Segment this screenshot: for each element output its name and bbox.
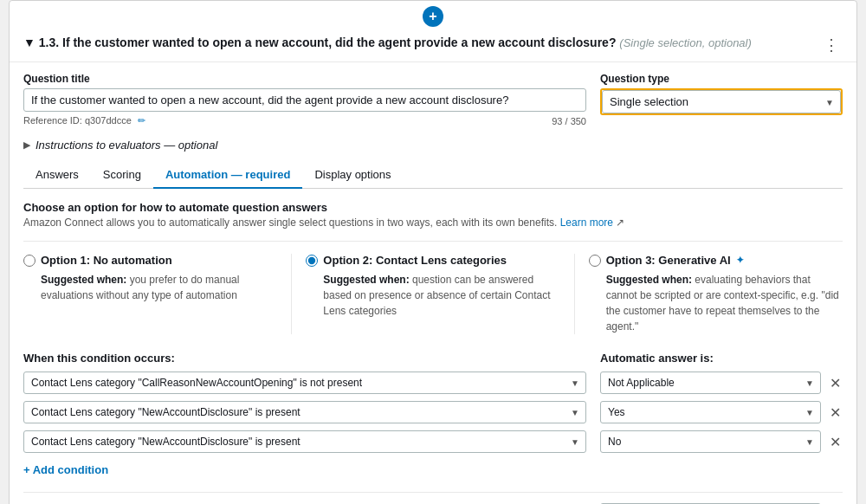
question-type-select-container: Single selection: [602, 90, 841, 113]
option-2-col: Option 2: Contact Lens categories Sugges…: [292, 254, 574, 334]
option-1-col: Option 1: No automation Suggested when: …: [23, 254, 292, 334]
remove-1-button[interactable]: ✕: [828, 375, 843, 391]
condition-1-select-wrapper: Contact Lens category "CallReasonNewAcco…: [23, 372, 586, 394]
answer-2-select-wrapper: Yes: [600, 401, 821, 423]
learn-more-link[interactable]: Learn more: [560, 216, 613, 229]
option-2-header: Option 2: Contact Lens categories: [306, 254, 559, 267]
edit-ref-icon[interactable]: ✏: [138, 115, 145, 126]
kebab-menu-button[interactable]: ⋮: [820, 36, 843, 55]
remove-3-button[interactable]: ✕: [828, 434, 843, 450]
answer-row-1: Not Applicable ✕: [600, 372, 843, 394]
automation-section-subtitle: Amazon Connect allows you to automatical…: [23, 216, 843, 229]
question-type-select[interactable]: Single selection: [602, 90, 841, 113]
condition-3-select[interactable]: Contact Lens category "NewAccountDisclos…: [23, 430, 586, 453]
answer-3-select-wrapper: No: [600, 430, 821, 453]
automation-content: Choose an option for how to automate que…: [23, 201, 843, 504]
ai-plus-icon: ✦: [736, 255, 744, 266]
question-title-text: If the customer wanted to open a new acc…: [62, 36, 616, 49]
condition-row-2: Contact Lens category "NewAccountDisclos…: [23, 401, 586, 423]
option-1-label: Option 1: No automation: [41, 254, 172, 267]
question-type-group: Question type Single selection: [600, 73, 843, 115]
options-row: Option 1: No automation Suggested when: …: [23, 241, 843, 334]
reference-id: Reference ID: q307ddcce ✏: [23, 115, 145, 126]
instructions-label: Instructions to evaluators — optional: [36, 139, 217, 152]
automation-subtitle-text: Amazon Connect allows you to automatical…: [23, 216, 557, 229]
option-3-radio[interactable]: [589, 255, 601, 267]
instructions-row[interactable]: ▶ Instructions to evaluators — optional: [23, 139, 843, 152]
condition-row-1: Contact Lens category "CallReasonNewAcco…: [23, 372, 586, 394]
condition-2-select-wrapper: Contact Lens category "NewAccountDisclos…: [23, 401, 586, 423]
answer-1-select[interactable]: Not Applicable: [600, 372, 821, 394]
option-1-suggested-label: Suggested when:: [41, 274, 126, 286]
form-row: Question title Reference ID: q307ddcce ✏…: [23, 73, 843, 133]
option-1-radio[interactable]: [23, 255, 36, 267]
answer-1-select-wrapper: Not Applicable: [600, 372, 821, 394]
question-title-group: Question title Reference ID: q307ddcce ✏…: [23, 73, 586, 133]
answer-3-select[interactable]: No: [600, 430, 821, 453]
option-3-suggested-label: Suggested when:: [606, 274, 692, 286]
question-header: ▼ 1.3. If the customer wanted to open a …: [10, 27, 856, 62]
answer-row-2: Yes ✕: [600, 401, 843, 423]
condition-1-select[interactable]: Contact Lens category "CallReasonNewAcco…: [23, 372, 586, 394]
remove-2-button[interactable]: ✕: [828, 404, 843, 421]
automation-section-title: Choose an option for how to automate que…: [23, 201, 843, 214]
tab-display-options[interactable]: Display options: [302, 162, 403, 189]
question-title-label: Question title: [23, 73, 586, 85]
condition-3-select-wrapper: Contact Lens category "NewAccountDisclos…: [23, 430, 586, 453]
question-title-input[interactable]: [23, 88, 586, 112]
add-top-button[interactable]: +: [423, 6, 443, 27]
option-1-text: Suggested when: you prefer to do manual …: [23, 272, 277, 303]
condition-row-3: Contact Lens category "NewAccountDisclos…: [23, 430, 586, 453]
instructions-chevron-icon: ▶: [23, 139, 30, 151]
automatic-answer-label: Automatic answer is:: [600, 352, 843, 365]
tab-scoring[interactable]: Scoring: [91, 162, 153, 189]
answer-row-3: No ✕: [600, 430, 843, 453]
option-3-label: Option 3: Generative AI: [606, 254, 731, 267]
question-type-label: Question type: [600, 73, 843, 85]
option-3-text: Suggested when: evaluating behaviors tha…: [589, 272, 843, 334]
option-3-header: Option 3: Generative AI ✦: [589, 254, 843, 267]
option-2-label: Option 2: Contact Lens categories: [323, 254, 507, 267]
condition-section: When this condition occurs: Contact Lens…: [23, 352, 843, 480]
default-section: Otherwise the default answer is: Not App…: [23, 492, 843, 504]
question-number: 1.3.: [39, 36, 59, 49]
ref-row: Reference ID: q307ddcce ✏ 93 / 350: [23, 115, 586, 126]
question-title-display: ▼ 1.3. If the customer wanted to open a …: [23, 36, 752, 49]
ref-id-text: Reference ID: q307ddcce: [23, 115, 132, 126]
option-2-text: Suggested when: question can be answered…: [306, 272, 559, 319]
tab-automation[interactable]: Automation — required: [153, 162, 302, 189]
question-badge: (Single selection, optional): [619, 36, 751, 49]
add-condition-button[interactable]: + Add condition: [23, 460, 108, 480]
condition-when-label: When this condition occurs:: [23, 352, 586, 365]
card-body: Question title Reference ID: q307ddcce ✏…: [10, 62, 856, 504]
option-2-suggested-label: Suggested when:: [323, 274, 409, 286]
option-2-radio[interactable]: [306, 255, 318, 267]
tabs-row: Answers Scoring Automation — required Di…: [23, 162, 843, 189]
answer-2-select[interactable]: Yes: [600, 401, 821, 423]
add-button-row: +: [10, 1, 856, 27]
condition-left: When this condition occurs: Contact Lens…: [23, 352, 586, 480]
condition-2-select[interactable]: Contact Lens category "NewAccountDisclos…: [23, 401, 586, 423]
tab-answers[interactable]: Answers: [23, 162, 91, 189]
option-1-header: Option 1: No automation: [23, 254, 277, 267]
option-3-col: Option 3: Generative AI ✦ Suggested when…: [575, 254, 843, 334]
question-card: + ▼ 1.3. If the customer wanted to open …: [9, 0, 857, 504]
char-count: 93 / 350: [552, 116, 586, 126]
question-type-select-wrapper: Single selection: [600, 88, 843, 115]
condition-right: Automatic answer is: Not Applicable ✕: [600, 352, 843, 460]
